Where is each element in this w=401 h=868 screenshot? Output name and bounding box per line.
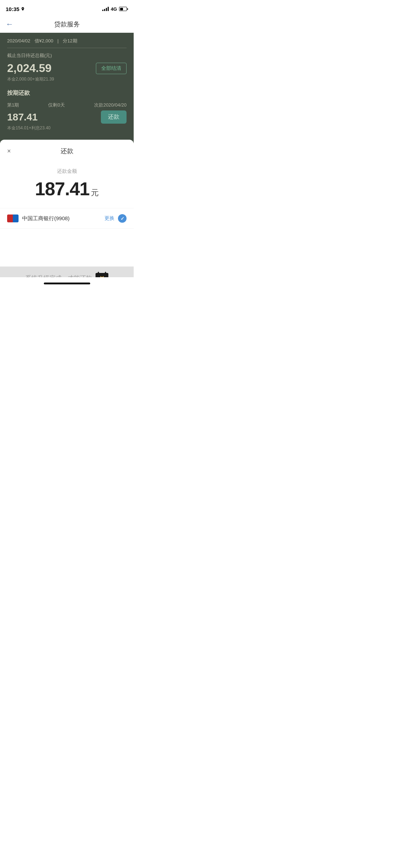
network-label: 4G	[111, 6, 117, 12]
loan-amount: 借¥2,000	[35, 38, 53, 43]
time-display: 10:35	[6, 6, 19, 12]
location-icon	[21, 7, 25, 11]
loan-periods: 分12期	[63, 38, 77, 43]
settle-all-button[interactable]: 全部结清	[96, 63, 127, 74]
sheet-header: × 还款	[0, 140, 134, 161]
bank-card-icon	[7, 215, 19, 222]
signal-icon	[102, 7, 109, 11]
sheet-title: 还款	[61, 147, 73, 155]
home-indicator	[0, 277, 134, 289]
total-label: 截止当日待还总额(元)	[7, 52, 127, 59]
period-amount: 187.41	[7, 112, 38, 123]
payment-amount-value: 187.41	[35, 178, 89, 200]
total-amount: 2,024.59	[7, 62, 52, 75]
repayment-sheet: × 还款 还款金额 187.41 元 中国工商银行(9908) 更换 ✓ 系统升…	[0, 140, 134, 289]
status-bar: 10:35 4G	[0, 0, 134, 16]
period-section-label: 按期还款	[7, 89, 127, 97]
payment-amount-row: 187.41 元	[7, 178, 127, 200]
period-amount-row: 187.41 还款	[7, 110, 127, 124]
payment-label: 还款金额	[7, 168, 127, 175]
total-sub-text: 本金2,000.00+逾期21.39	[7, 76, 127, 82]
bank-row: 中国工商银行(9908) 更换 ✓	[0, 208, 134, 229]
total-row: 2,024.59 全部结清	[7, 62, 127, 75]
period-meta-row: 第1期 仅剩0天 次款2020/04/20	[7, 102, 127, 108]
page-title: 贷款服务	[54, 20, 80, 29]
confirm-button-area: 系统升级完成，才能还款 🐱	[0, 267, 134, 289]
back-button[interactable]: ←	[6, 20, 14, 29]
close-button[interactable]: ×	[7, 148, 11, 155]
payment-unit: 元	[91, 187, 99, 198]
status-time: 10:35	[6, 6, 25, 12]
loan-info-line: 2020/04/02 借¥2,000 | 分12期	[7, 38, 127, 44]
battery-icon	[119, 7, 128, 11]
loan-date: 2020/04/02	[7, 38, 30, 43]
period-num: 第1期	[7, 102, 19, 108]
background-loan-content: 2020/04/02 借¥2,000 | 分12期 截止当日待还总额(元) 2,…	[0, 33, 134, 143]
due-date: 次款2020/04/20	[94, 102, 127, 108]
period-sub-text: 本金154.01+利息23.40	[7, 125, 127, 131]
payment-amount-section: 还款金额 187.41 元	[0, 161, 134, 208]
days-left: 仅剩0天	[48, 102, 65, 108]
selected-check-icon: ✓	[118, 214, 127, 223]
bank-name: 中国工商银行(9908)	[22, 215, 102, 222]
change-bank-button[interactable]: 更换	[104, 215, 114, 222]
home-bar	[44, 283, 90, 284]
status-right-icons: 4G	[102, 6, 128, 12]
checkmark: ✓	[120, 216, 124, 221]
repay-button[interactable]: 还款	[101, 110, 127, 124]
page-header: ← 贷款服务	[0, 16, 134, 33]
